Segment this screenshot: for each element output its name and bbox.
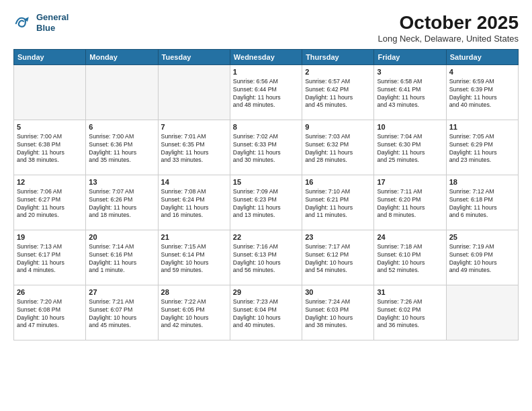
calendar-cell: 17Sunrise: 7:11 AM Sunset: 6:20 PM Dayli… [374, 175, 446, 230]
weekday-header: Thursday [302, 50, 374, 65]
day-number: 16 [305, 177, 371, 187]
weekday-header: Sunday [14, 50, 86, 65]
day-info: Sunrise: 7:03 AM Sunset: 6:32 PM Dayligh… [305, 133, 371, 165]
day-number: 13 [89, 177, 154, 187]
calendar-cell: 7Sunrise: 7:01 AM Sunset: 6:35 PM Daylig… [158, 120, 230, 175]
day-number: 31 [377, 287, 443, 298]
generalblue-icon [13, 13, 32, 32]
weekday-header: Monday [86, 50, 158, 65]
month-title: October 2025 [378, 12, 519, 34]
day-number: 26 [17, 287, 83, 298]
day-number: 30 [305, 287, 371, 298]
calendar-cell: 11Sunrise: 7:05 AM Sunset: 6:29 PM Dayli… [446, 120, 518, 175]
day-info: Sunrise: 6:58 AM Sunset: 6:41 PM Dayligh… [377, 78, 443, 110]
calendar-cell: 12Sunrise: 7:06 AM Sunset: 6:27 PM Dayli… [14, 175, 86, 230]
calendar-cell: 22Sunrise: 7:16 AM Sunset: 6:13 PM Dayli… [230, 230, 302, 285]
day-info: Sunrise: 7:11 AM Sunset: 6:20 PM Dayligh… [377, 188, 443, 220]
day-info: Sunrise: 7:19 AM Sunset: 6:09 PM Dayligh… [449, 243, 515, 275]
weekday-header: Wednesday [230, 50, 302, 65]
calendar-cell: 10Sunrise: 7:04 AM Sunset: 6:30 PM Dayli… [374, 120, 446, 175]
day-info: Sunrise: 7:08 AM Sunset: 6:24 PM Dayligh… [161, 188, 227, 220]
calendar-cell: 8Sunrise: 7:02 AM Sunset: 6:33 PM Daylig… [230, 120, 302, 175]
day-info: Sunrise: 7:06 AM Sunset: 6:27 PM Dayligh… [17, 188, 83, 220]
calendar-body: 1Sunrise: 6:56 AM Sunset: 6:44 PM Daylig… [14, 65, 519, 340]
calendar-cell: 24Sunrise: 7:18 AM Sunset: 6:10 PM Dayli… [374, 230, 446, 285]
day-number: 18 [449, 177, 515, 187]
day-info: Sunrise: 7:00 AM Sunset: 6:38 PM Dayligh… [17, 133, 83, 165]
calendar-cell: 5Sunrise: 7:00 AM Sunset: 6:38 PM Daylig… [14, 120, 86, 175]
calendar-cell: 23Sunrise: 7:17 AM Sunset: 6:12 PM Dayli… [302, 230, 374, 285]
calendar-week-row: 5Sunrise: 7:00 AM Sunset: 6:38 PM Daylig… [14, 120, 519, 175]
weekday-header: Saturday [446, 50, 518, 65]
day-number: 5 [17, 122, 83, 132]
day-info: Sunrise: 7:10 AM Sunset: 6:21 PM Dayligh… [305, 188, 371, 220]
day-number: 6 [89, 122, 154, 132]
calendar-cell: 30Sunrise: 7:24 AM Sunset: 6:03 PM Dayli… [302, 285, 374, 340]
day-info: Sunrise: 7:14 AM Sunset: 6:16 PM Dayligh… [89, 243, 154, 275]
day-number: 12 [17, 177, 83, 187]
day-number: 3 [377, 67, 443, 77]
calendar-cell: 31Sunrise: 7:26 AM Sunset: 6:02 PM Dayli… [374, 285, 446, 340]
day-info: Sunrise: 7:22 AM Sunset: 6:05 PM Dayligh… [161, 298, 227, 330]
day-info: Sunrise: 6:57 AM Sunset: 6:42 PM Dayligh… [305, 78, 371, 110]
day-info: Sunrise: 7:05 AM Sunset: 6:29 PM Dayligh… [449, 133, 515, 165]
calendar-cell: 19Sunrise: 7:13 AM Sunset: 6:17 PM Dayli… [14, 230, 86, 285]
day-number: 15 [233, 177, 299, 187]
day-info: Sunrise: 7:20 AM Sunset: 6:08 PM Dayligh… [17, 298, 83, 330]
day-info: Sunrise: 7:23 AM Sunset: 6:04 PM Dayligh… [233, 298, 299, 330]
calendar-week-row: 1Sunrise: 6:56 AM Sunset: 6:44 PM Daylig… [14, 65, 519, 120]
day-number: 17 [377, 177, 443, 187]
day-info: Sunrise: 7:13 AM Sunset: 6:17 PM Dayligh… [17, 243, 83, 275]
day-info: Sunrise: 7:09 AM Sunset: 6:23 PM Dayligh… [233, 188, 299, 220]
logo-text: General Blue [36, 12, 69, 33]
day-number: 8 [233, 122, 299, 132]
calendar-cell: 26Sunrise: 7:20 AM Sunset: 6:08 PM Dayli… [14, 285, 86, 340]
weekday-header-row: SundayMondayTuesdayWednesdayThursdayFrid… [14, 50, 519, 65]
day-info: Sunrise: 7:04 AM Sunset: 6:30 PM Dayligh… [377, 133, 443, 165]
calendar-cell [86, 65, 158, 120]
header: General Blue October 2025 Long Neck, Del… [13, 12, 519, 44]
day-number: 20 [89, 232, 154, 242]
calendar-cell: 18Sunrise: 7:12 AM Sunset: 6:18 PM Dayli… [446, 175, 518, 230]
calendar-cell: 15Sunrise: 7:09 AM Sunset: 6:23 PM Dayli… [230, 175, 302, 230]
day-number: 1 [233, 67, 299, 77]
calendar-cell: 2Sunrise: 6:57 AM Sunset: 6:42 PM Daylig… [302, 65, 374, 120]
title-block: October 2025 Long Neck, Delaware, United… [378, 12, 519, 44]
day-info: Sunrise: 7:01 AM Sunset: 6:35 PM Dayligh… [161, 133, 227, 165]
day-number: 25 [449, 232, 515, 242]
day-number: 4 [449, 67, 515, 77]
day-number: 22 [233, 232, 299, 242]
day-info: Sunrise: 7:26 AM Sunset: 6:02 PM Dayligh… [377, 298, 443, 330]
calendar-week-row: 19Sunrise: 7:13 AM Sunset: 6:17 PM Dayli… [14, 230, 519, 285]
page: General Blue October 2025 Long Neck, Del… [0, 0, 532, 411]
day-info: Sunrise: 6:56 AM Sunset: 6:44 PM Dayligh… [233, 78, 299, 110]
logo: General Blue [13, 12, 69, 33]
day-info: Sunrise: 7:21 AM Sunset: 6:07 PM Dayligh… [89, 298, 154, 330]
day-number: 24 [377, 232, 443, 242]
calendar: SundayMondayTuesdayWednesdayThursdayFrid… [13, 49, 519, 340]
calendar-cell: 14Sunrise: 7:08 AM Sunset: 6:24 PM Dayli… [158, 175, 230, 230]
calendar-cell [14, 65, 86, 120]
day-info: Sunrise: 7:07 AM Sunset: 6:26 PM Dayligh… [89, 188, 154, 220]
calendar-week-row: 26Sunrise: 7:20 AM Sunset: 6:08 PM Dayli… [14, 285, 519, 340]
day-info: Sunrise: 7:02 AM Sunset: 6:33 PM Dayligh… [233, 133, 299, 165]
location: Long Neck, Delaware, United States [378, 34, 519, 44]
day-number: 7 [161, 122, 227, 132]
weekday-header: Friday [374, 50, 446, 65]
calendar-cell: 16Sunrise: 7:10 AM Sunset: 6:21 PM Dayli… [302, 175, 374, 230]
calendar-cell [158, 65, 230, 120]
day-number: 11 [449, 122, 515, 132]
day-number: 23 [305, 232, 371, 242]
day-number: 10 [377, 122, 443, 132]
calendar-cell: 20Sunrise: 7:14 AM Sunset: 6:16 PM Dayli… [86, 230, 158, 285]
calendar-cell: 4Sunrise: 6:59 AM Sunset: 6:39 PM Daylig… [446, 65, 518, 120]
calendar-cell: 3Sunrise: 6:58 AM Sunset: 6:41 PM Daylig… [374, 65, 446, 120]
day-number: 19 [17, 232, 83, 242]
weekday-header: Tuesday [158, 50, 230, 65]
day-number: 21 [161, 232, 227, 242]
day-info: Sunrise: 7:12 AM Sunset: 6:18 PM Dayligh… [449, 188, 515, 220]
day-info: Sunrise: 7:16 AM Sunset: 6:13 PM Dayligh… [233, 243, 299, 275]
calendar-cell: 1Sunrise: 6:56 AM Sunset: 6:44 PM Daylig… [230, 65, 302, 120]
day-number: 29 [233, 287, 299, 298]
day-info: Sunrise: 7:24 AM Sunset: 6:03 PM Dayligh… [305, 298, 371, 330]
